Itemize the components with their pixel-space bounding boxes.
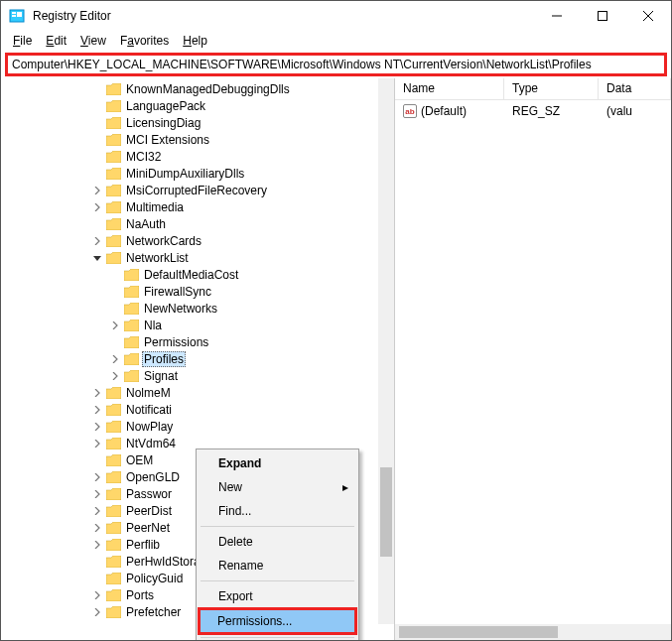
tree-node-label: NaAuth xyxy=(124,217,168,231)
expand-icon[interactable] xyxy=(90,184,104,197)
tree-node-label: DefaultMediaCost xyxy=(142,268,240,282)
tree-node[interactable]: KnownManagedDebuggingDlls xyxy=(1,80,394,97)
folder-icon xyxy=(104,504,122,518)
tree-node-label: NetworkCards xyxy=(124,234,203,248)
expand-icon[interactable] xyxy=(90,521,104,535)
folder-icon xyxy=(104,82,122,96)
window-title: Registry Editor xyxy=(33,9,534,23)
expand-icon[interactable] xyxy=(90,437,104,450)
ctx-export[interactable]: Export xyxy=(199,584,356,608)
expand-icon[interactable] xyxy=(90,504,104,518)
value-row[interactable]: ab (Default) REG_SZ (valu xyxy=(395,100,671,122)
folder-icon xyxy=(122,335,140,349)
ctx-new[interactable]: New▸ xyxy=(199,475,356,499)
no-expander xyxy=(90,453,104,467)
registry-editor-window: Registry Editor File Edit View Favorites… xyxy=(0,0,672,641)
tree-node[interactable]: MsiCorruptedFileRecovery xyxy=(1,182,394,198)
expand-icon[interactable] xyxy=(90,403,104,417)
tree-node[interactable]: NetworkCards xyxy=(1,232,394,249)
col-data[interactable]: Data xyxy=(599,78,671,99)
tree-node-label: OEM xyxy=(124,453,155,467)
folder-icon xyxy=(104,470,122,484)
submenu-arrow-icon: ▸ xyxy=(342,480,348,494)
ctx-permissions[interactable]: Permissions... xyxy=(198,607,357,635)
tree-node[interactable]: Signat xyxy=(1,367,394,384)
expand-icon[interactable] xyxy=(108,369,122,383)
tree-node-label: PeerDist xyxy=(124,504,174,518)
menu-view[interactable]: View xyxy=(74,32,112,50)
context-menu: Expand New▸ Find... Delete Rename Export… xyxy=(196,449,359,640)
expand-icon[interactable] xyxy=(108,319,122,332)
address-bar[interactable]: Computer\HKEY_LOCAL_MACHINE\SOFTWARE\Mic… xyxy=(5,53,667,76)
tree-node-label: Passwor xyxy=(124,487,174,501)
tree-node[interactable]: NowPlay xyxy=(1,418,394,435)
expand-icon[interactable] xyxy=(90,386,104,400)
collapse-icon[interactable] xyxy=(90,251,104,265)
expand-icon[interactable] xyxy=(90,420,104,434)
tree-node-label: NtVdm64 xyxy=(124,437,178,450)
tree-node[interactable]: MCI Extensions xyxy=(1,131,394,148)
scrollbar-thumb[interactable] xyxy=(380,467,392,557)
menu-favorites[interactable]: Favorites xyxy=(114,32,175,50)
ctx-expand[interactable]: Expand xyxy=(199,451,356,475)
expand-icon[interactable] xyxy=(90,470,104,484)
values-horizontal-scrollbar[interactable] xyxy=(395,624,671,640)
tree-node[interactable]: NaAuth xyxy=(1,215,394,232)
expand-icon[interactable] xyxy=(90,605,104,619)
tree-node[interactable]: MCI32 xyxy=(1,148,394,165)
tree-node[interactable]: LanguagePack xyxy=(1,97,394,114)
tree-node[interactable]: Permissions xyxy=(1,333,394,350)
values-panel: Name Type Data ab (Default) REG_SZ (valu xyxy=(395,78,671,640)
expand-icon[interactable] xyxy=(90,487,104,501)
tree-node-label: LicensingDiag xyxy=(124,116,202,130)
folder-icon xyxy=(104,538,122,552)
tree-node-label: FirewallSync xyxy=(142,285,213,299)
scrollbar-thumb[interactable] xyxy=(399,626,558,638)
folder-icon xyxy=(104,133,122,147)
expand-icon[interactable] xyxy=(108,352,122,366)
tree-node[interactable]: Profiles xyxy=(1,350,394,367)
col-name[interactable]: Name xyxy=(395,78,504,99)
no-expander xyxy=(90,167,104,181)
tree-node[interactable]: Nla xyxy=(1,317,394,333)
folder-icon xyxy=(104,437,122,450)
expand-icon[interactable] xyxy=(90,588,104,602)
folder-icon xyxy=(104,251,122,265)
tree-node-label: NowPlay xyxy=(124,420,175,434)
expand-icon[interactable] xyxy=(90,538,104,552)
app-icon xyxy=(9,8,25,24)
menu-file[interactable]: File xyxy=(7,32,38,50)
close-button[interactable] xyxy=(625,1,671,31)
ctx-rename[interactable]: Rename xyxy=(199,554,356,577)
tree-node[interactable]: NolmeM xyxy=(1,384,394,401)
tree-node[interactable]: MiniDumpAuxiliaryDlls xyxy=(1,165,394,182)
menu-edit[interactable]: Edit xyxy=(40,32,72,50)
no-expander xyxy=(90,116,104,130)
tree-vertical-scrollbar[interactable] xyxy=(378,78,394,624)
maximize-button[interactable] xyxy=(580,1,625,31)
tree-node[interactable]: NetworkList xyxy=(1,249,394,266)
tree-node[interactable]: NewNetworks xyxy=(1,300,394,317)
expand-icon[interactable] xyxy=(90,234,104,248)
folder-icon xyxy=(104,234,122,248)
ctx-find[interactable]: Find... xyxy=(199,499,356,523)
separator xyxy=(201,526,354,527)
tree-node[interactable]: Notificati xyxy=(1,401,394,418)
no-expander xyxy=(108,335,122,349)
folder-icon xyxy=(104,150,122,164)
menu-help[interactable]: Help xyxy=(177,32,213,50)
minimize-button[interactable] xyxy=(534,1,580,31)
expand-icon[interactable] xyxy=(90,200,104,214)
tree-node[interactable]: Multimedia xyxy=(1,198,394,215)
folder-icon xyxy=(104,200,122,214)
tree-node[interactable]: FirewallSync xyxy=(1,283,394,300)
string-value-icon: ab xyxy=(403,104,417,118)
ctx-delete[interactable]: Delete xyxy=(199,530,356,554)
values-header: Name Type Data xyxy=(395,78,671,100)
col-type[interactable]: Type xyxy=(504,78,599,99)
folder-icon xyxy=(122,319,140,332)
value-name: (Default) xyxy=(421,104,467,118)
value-name-cell: ab (Default) xyxy=(395,102,504,120)
tree-node[interactable]: DefaultMediaCost xyxy=(1,266,394,283)
tree-node[interactable]: LicensingDiag xyxy=(1,114,394,131)
